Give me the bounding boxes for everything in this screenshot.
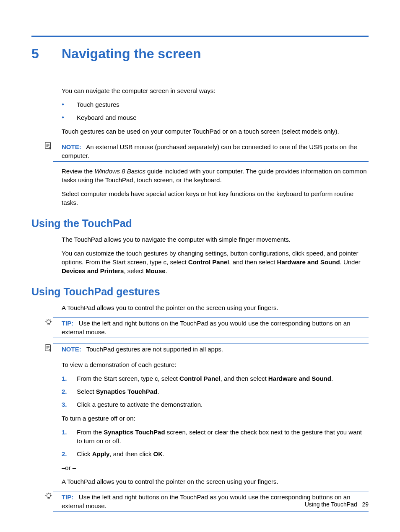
tip-icon	[45, 492, 52, 500]
page-footer: Using the TouchPad 29	[305, 501, 369, 509]
bullet-item: Touch gestures	[62, 100, 369, 109]
note-text: NOTE: An external USB mouse (purchased s…	[53, 142, 369, 160]
page: 5Navigating the screen You can navigate …	[0, 0, 400, 532]
gestures-block: A TouchPad allows you to control the poi…	[62, 303, 369, 312]
intro-bullets: Touch gestures Keyboard and mouse	[62, 100, 369, 122]
intro-lead: You can navigate the computer screen in …	[62, 86, 369, 95]
demo-intro: To view a demonstration of each gesture:	[62, 360, 369, 369]
svg-point-1	[47, 320, 51, 323]
section-heading-gestures: Using TouchPad gestures	[31, 284, 369, 299]
gestures-p1: A TouchPad allows you to control the poi…	[62, 303, 369, 312]
touchpad-p1: The TouchPad allows you to navigate the …	[62, 235, 369, 244]
step-item: Click a gesture to activate the demonstr…	[62, 400, 369, 409]
svg-point-3	[47, 493, 51, 497]
step-item: Click Apply, and then click OK.	[62, 449, 369, 458]
note-label: NOTE:	[62, 143, 81, 150]
note-label: NOTE:	[62, 346, 81, 353]
review-paragraph: Review the Windows 8 Basics guide includ…	[62, 167, 369, 184]
step-item: From the Synaptics TouchPad screen, sele…	[62, 428, 369, 445]
note-callout-2: NOTE: TouchPad gestures are not supporte…	[53, 343, 369, 355]
special-keys-paragraph: Select computer models have special acti…	[62, 189, 369, 207]
intro-block: You can navigate the computer screen in …	[62, 86, 369, 136]
chapter-title: Navigating the screen	[62, 46, 201, 61]
note-text: NOTE: TouchPad gestures are not supporte…	[53, 345, 369, 354]
bullet-item: Keyboard and mouse	[62, 113, 369, 122]
note-icon	[45, 142, 52, 150]
toggle-intro: To turn a gesture off or on:	[62, 414, 369, 423]
note-callout: NOTE: An external USB mouse (purchased s…	[53, 141, 369, 162]
tip-icon	[45, 318, 52, 326]
intro-after-bullets: Touch gestures can be used on your compu…	[62, 127, 369, 136]
tip-label: TIP:	[62, 493, 73, 501]
chapter-heading: 5Navigating the screen	[31, 44, 369, 63]
tip-callout: TIP: Use the left and right buttons on t…	[53, 317, 369, 338]
demo-steps: From the Start screen, type c, select Co…	[62, 374, 369, 409]
note-icon	[45, 344, 52, 352]
page-number: 29	[362, 501, 369, 508]
chapter-rule	[31, 36, 369, 37]
section-heading-touchpad: Using the TouchPad	[31, 216, 369, 231]
intro-block-2: Review the Windows 8 Basics guide includ…	[62, 167, 369, 207]
tip-text: TIP: Use the left and right buttons on t…	[53, 319, 369, 336]
footer-text: Using the TouchPad	[305, 501, 357, 508]
or-divider: –or –	[62, 463, 369, 472]
touchpad-block: The TouchPad allows you to navigate the …	[62, 235, 369, 275]
touchpad-p2: You can customize the touch gestures by …	[62, 249, 369, 275]
toggle-steps: From the Synaptics TouchPad screen, sele…	[62, 428, 369, 458]
gestures-p-repeat: A TouchPad allows you to control the poi…	[62, 477, 369, 486]
gestures-steps-block: To view a demonstration of each gesture:…	[62, 360, 369, 486]
chapter-number: 5	[31, 44, 62, 63]
step-item: From the Start screen, type c, select Co…	[62, 374, 369, 383]
tip-label: TIP:	[62, 320, 73, 327]
step-item: Select Synaptics TouchPad.	[62, 387, 369, 396]
